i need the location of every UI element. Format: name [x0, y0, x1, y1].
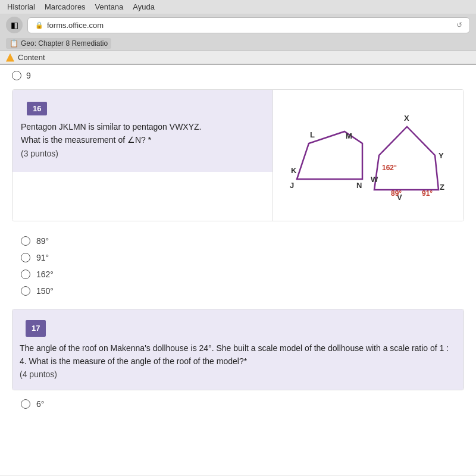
answer-162-label: 162° [36, 270, 54, 279]
svg-text:162°: 162° [382, 164, 397, 172]
question-16-number: 16 [27, 102, 47, 115]
svg-text:91°: 91° [422, 189, 433, 198]
svg-text:M: M [346, 131, 352, 140]
main-content: 9 16 Pentagon JKLMN is similar to pentag… [0, 65, 476, 475]
lock-icon: 🔒 [35, 21, 43, 29]
radio-150[interactable] [21, 286, 30, 296]
question-17-body: 17 The angle of the roof on Makenna's do… [12, 309, 464, 390]
menu-marcadores[interactable]: Marcadores [45, 2, 86, 11]
svg-text:N: N [356, 181, 362, 190]
menu-bar: Historial Marcadores Ventana Ayuda [0, 0, 476, 14]
radio-89[interactable] [21, 236, 30, 246]
menu-historial[interactable]: Historial [7, 2, 35, 11]
answer-choice-162: 162° [21, 270, 455, 279]
answer-6-label: 6° [36, 399, 44, 409]
bookmarks-bar: 📋 Geo: Chapter 8 Remediatio [0, 36, 476, 51]
svg-marker-6 [374, 127, 439, 190]
bookmark-geo[interactable]: 📋 Geo: Chapter 8 Remediatio [6, 38, 111, 49]
menu-ayuda[interactable]: Ayuda [133, 2, 155, 11]
svg-text:W: W [371, 175, 378, 184]
back-button[interactable]: ◧ [6, 17, 23, 33]
answer-choice-6: 6° [21, 399, 455, 409]
svg-text:J: J [290, 181, 294, 190]
question-9-stub: 9 [12, 71, 464, 80]
address-bar[interactable]: 🔒 forms.office.com ↺ [27, 17, 470, 33]
answer-choice-89: 89° [21, 236, 455, 246]
content-tab: Content [0, 51, 476, 64]
browser-chrome: Historial Marcadores Ventana Ayuda ◧ 🔒 f… [0, 0, 476, 65]
answer-choice-91: 91° [21, 253, 455, 262]
svg-text:Z: Z [440, 183, 444, 192]
answer-choice-150: 150° [21, 286, 455, 296]
svg-text:Y: Y [439, 151, 444, 160]
radio-6[interactable] [21, 399, 30, 409]
content-tab-icon [6, 54, 14, 62]
answer-89-label: 89° [36, 236, 49, 246]
svg-text:89°: 89° [391, 189, 402, 198]
question-17-text: The angle of the roof on Makenna's dollh… [20, 342, 456, 381]
url-text: forms.office.com [47, 21, 104, 30]
content-tab-label: Content [18, 53, 45, 62]
question-16-diagram: K L M N J W X Y Z V 162° 89° [273, 90, 464, 221]
radio-162[interactable] [21, 270, 30, 279]
address-bar-row: ◧ 🔒 forms.office.com ↺ [0, 14, 476, 36]
question-17-card: 17 The angle of the roof on Makenna's do… [12, 309, 464, 390]
svg-text:X: X [404, 114, 409, 123]
answer-choices-16: 89° 91° 162° 150° [12, 230, 464, 309]
menu-ventana[interactable]: Ventana [95, 2, 124, 11]
back-icon: ◧ [11, 20, 18, 30]
answer-9-label: 9 [26, 71, 31, 80]
answer-150-label: 150° [36, 286, 54, 296]
bookmark-label: Geo: Chapter 8 Remediatio [21, 39, 108, 48]
question-16-card: 16 Pentagon JKLMN is similar to pentagon… [12, 89, 464, 221]
reload-icon[interactable]: ↺ [456, 21, 462, 29]
question-16-text: Pentagon JKLMN is similar to pentagon VW… [21, 120, 264, 160]
radio-9[interactable] [12, 71, 21, 80]
answer-91-label: 91° [36, 253, 49, 262]
required-marker-17: * [244, 356, 247, 366]
svg-text:K: K [291, 166, 297, 175]
radio-91[interactable] [21, 253, 30, 262]
question-17-number: 17 [26, 320, 46, 337]
required-marker-16: * [148, 135, 151, 145]
svg-text:L: L [310, 130, 315, 139]
bookmark-icon: 📋 [10, 39, 18, 48]
pentagon-diagram-svg: K L M N J W X Y Z V 162° 89° [279, 96, 458, 215]
svg-marker-0 [297, 131, 362, 179]
